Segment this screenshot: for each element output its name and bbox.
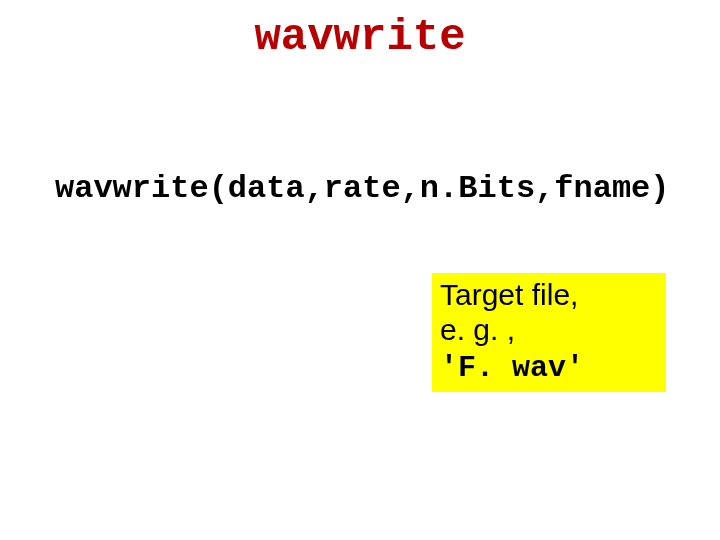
callout-line-2: e. g. , [440,313,515,346]
slide: wavwrite wavwrite(data,rate,n.Bits,fname… [0,0,720,540]
callout-line-3: 'F. wav' [440,351,584,385]
slide-title: wavwrite [0,12,720,62]
callout-line-1: Target file, [440,278,578,311]
function-signature: wavwrite(data,rate,n.Bits,fname) [55,170,670,207]
argument-callout: Target file, e. g. , 'F. wav' [432,273,666,392]
